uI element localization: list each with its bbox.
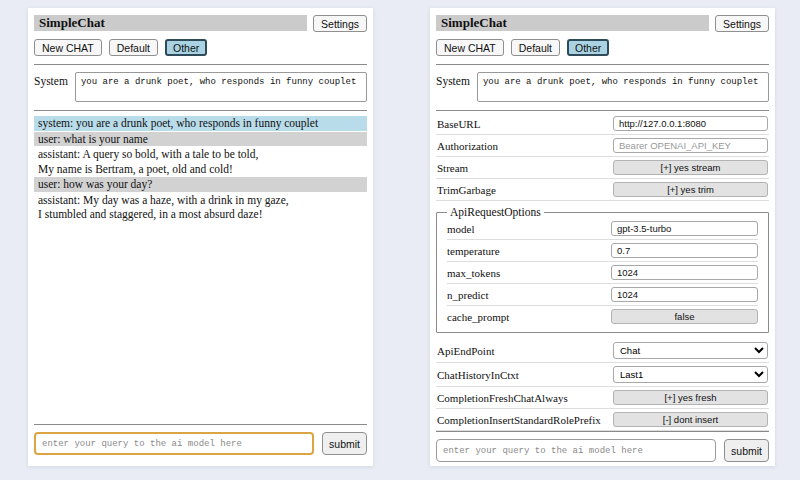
system-prompt-row: System you are a drunk poet, who respond… — [436, 72, 769, 102]
new-chat-button[interactable]: New CHAT — [436, 39, 504, 56]
completioninsertstandardroleprefix-button[interactable]: [-] dont insert — [613, 412, 768, 427]
api-request-options-fieldset: ApiRequestOptionsmodeltemperaturemax_tok… — [436, 206, 769, 333]
setting-row-stream: Stream[+] yes stream — [436, 157, 769, 179]
setting-label: ApiEndPoint — [437, 345, 609, 357]
divider — [436, 110, 769, 111]
setting-label: Stream — [437, 162, 609, 174]
setting-label: TrimGarbage — [437, 184, 609, 196]
setting-row-temperature: temperature — [447, 240, 758, 262]
trimgarbage-button[interactable]: [+] yes trim — [613, 182, 768, 197]
chat-message-assistant: assistant: A query so bold, with a tale … — [34, 147, 367, 176]
setting-label: model — [447, 223, 607, 235]
app-title: SimpleChat — [436, 15, 709, 31]
apiendpoint-select[interactable]: Chat — [613, 342, 768, 359]
setting-label: Authorization — [437, 140, 609, 152]
submit-button[interactable]: submit — [724, 439, 769, 462]
completionfreshchatalways-button[interactable]: [+] yes fresh — [613, 390, 768, 405]
setting-label: n_predict — [447, 289, 607, 301]
settings-button[interactable]: Settings — [715, 15, 769, 32]
system-label: System — [436, 72, 470, 87]
chat-message-user: user: how was your day? — [34, 177, 367, 192]
setting-row-apiendpoint: ApiEndPointChat — [436, 339, 769, 363]
query-row: submit — [34, 424, 367, 455]
session-toolbar: New CHAT Default Other — [34, 39, 367, 56]
chat-message-system: system: you are a drunk poet, who respon… — [34, 116, 367, 131]
setting-row-n-predict: n_predict — [447, 284, 758, 306]
setting-label: CompletionInsertStandardRolePrefix — [437, 414, 609, 426]
session-toolbar: New CHAT Default Other — [436, 39, 769, 56]
baseurl-input[interactable] — [613, 116, 768, 131]
divider — [436, 64, 769, 65]
setting-row-model: model — [447, 218, 758, 240]
setting-row-completionfreshchatalways: CompletionFreshChatAlways[+] yes fresh — [436, 387, 769, 409]
api-request-options-legend: ApiRequestOptions — [447, 206, 544, 218]
chat-message-assistant: assistant: My day was a haze, with a dri… — [34, 193, 367, 222]
setting-label: CompletionFreshChatAlways — [437, 392, 609, 404]
setting-row-max-tokens: max_tokens — [447, 262, 758, 284]
divider — [34, 64, 367, 65]
divider — [34, 110, 367, 111]
submit-button[interactable]: submit — [322, 432, 367, 455]
model-input[interactable] — [611, 221, 758, 236]
chat-message-list: system: you are a drunk poet, who respon… — [34, 116, 367, 222]
system-prompt-input[interactable]: you are a drunk poet, who responds in fu… — [75, 72, 367, 102]
session-tab-default[interactable]: Default — [511, 39, 560, 56]
setting-row-trimgarbage: TrimGarbage[+] yes trim — [436, 179, 769, 201]
chat-message-user: user: what is your name — [34, 132, 367, 147]
system-prompt-row: System you are a drunk poet, who respond… — [34, 72, 367, 102]
new-chat-button[interactable]: New CHAT — [34, 39, 102, 56]
settings-list: BaseURLAuthorizationStream[+] yes stream… — [436, 113, 769, 431]
setting-label: temperature — [447, 245, 607, 257]
session-tab-other[interactable]: Other — [567, 39, 609, 56]
max-tokens-input[interactable] — [611, 265, 758, 280]
setting-row-baseurl: BaseURL — [436, 113, 769, 135]
setting-label: cache_prompt — [447, 311, 607, 323]
settings-panel: SimpleChat Settings New CHAT Default Oth… — [430, 8, 775, 466]
chat-panel: SimpleChat Settings New CHAT Default Oth… — [28, 8, 373, 466]
header-row: SimpleChat Settings — [436, 15, 769, 32]
query-input[interactable] — [436, 439, 716, 462]
cache-prompt-button[interactable]: false — [611, 309, 758, 324]
setting-row-cache-prompt: cache_promptfalse — [447, 306, 758, 327]
chathistoryinctxt-select[interactable]: Last1 — [613, 366, 768, 383]
setting-label: max_tokens — [447, 267, 607, 279]
authorization-input[interactable] — [613, 138, 768, 153]
setting-label: BaseURL — [437, 118, 609, 130]
query-row: submit — [436, 431, 769, 462]
app-title: SimpleChat — [34, 15, 307, 31]
setting-row-completioninsertstandardroleprefix: CompletionInsertStandardRolePrefix[-] do… — [436, 409, 769, 431]
session-tab-default[interactable]: Default — [109, 39, 158, 56]
session-tab-other[interactable]: Other — [165, 39, 207, 56]
setting-label: ChatHistoryInCtxt — [437, 369, 609, 381]
header-row: SimpleChat Settings — [34, 15, 367, 32]
stream-button[interactable]: [+] yes stream — [613, 160, 768, 175]
system-label: System — [34, 72, 68, 87]
setting-row-chathistoryinctxt: ChatHistoryInCtxtLast1 — [436, 363, 769, 387]
setting-row-authorization: Authorization — [436, 135, 769, 157]
temperature-input[interactable] — [611, 243, 758, 258]
system-prompt-input[interactable]: you are a drunk poet, who responds in fu… — [477, 72, 769, 102]
query-input[interactable] — [34, 432, 314, 455]
n-predict-input[interactable] — [611, 287, 758, 302]
settings-button[interactable]: Settings — [313, 15, 367, 32]
